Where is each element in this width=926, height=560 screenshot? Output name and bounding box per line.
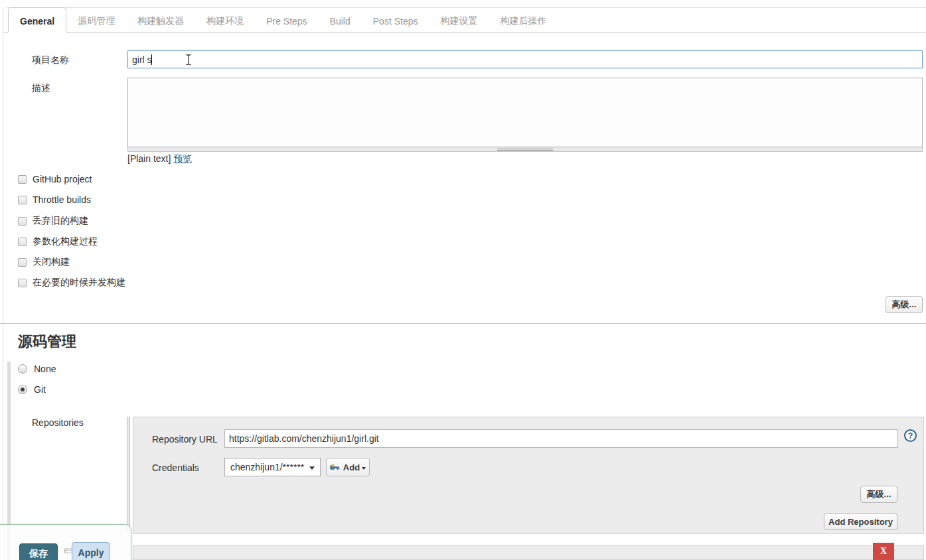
delete-repository-button[interactable]: X bbox=[873, 543, 894, 560]
checkbox-row-parameterized-build[interactable]: 参数化构建过程 bbox=[18, 236, 98, 247]
add-credentials-button[interactable]: Add bbox=[326, 458, 370, 476]
checkbox-row-github-project[interactable]: GitHub project bbox=[18, 174, 92, 184]
project-name-input[interactable] bbox=[127, 50, 923, 68]
credentials-select[interactable]: chenzhijun1/****** bbox=[224, 458, 321, 476]
jenkins-config-page: General 源码管理 构建触发器 构建环境 Pre Steps Build … bbox=[0, 0, 926, 560]
credentials-label: Credentials bbox=[152, 462, 199, 473]
checkbox-label: Throttle builds bbox=[33, 194, 91, 205]
repository-url-input[interactable] bbox=[224, 429, 898, 448]
radio-icon[interactable] bbox=[18, 364, 27, 374]
repositories-label: Repositories bbox=[32, 417, 84, 428]
add-repository-button[interactable]: Add Repository bbox=[824, 513, 897, 530]
radio-row-git[interactable]: Git bbox=[18, 384, 46, 395]
repository-panel: Repository URL Credentials chenzhijun1/*… bbox=[133, 417, 924, 534]
radio-label: None bbox=[34, 364, 56, 374]
checkbox-icon[interactable] bbox=[18, 258, 27, 267]
checkbox-icon[interactable] bbox=[18, 238, 27, 246]
checkbox-row-throttle-builds[interactable]: Throttle builds bbox=[18, 194, 91, 205]
description-format-line: [Plain text] 预览 bbox=[127, 153, 192, 165]
help-icon[interactable]: ? bbox=[904, 429, 917, 442]
preview-link[interactable]: 预览 bbox=[173, 153, 192, 164]
config-tabbar: General 源码管理 构建触发器 构建环境 Pre Steps Build … bbox=[8, 9, 558, 33]
tab-pre-steps[interactable]: Pre Steps bbox=[255, 9, 318, 33]
section-divider bbox=[0, 323, 926, 324]
resize-grip-icon bbox=[497, 148, 553, 151]
checkbox-row-disable-build[interactable]: 关闭构建 bbox=[18, 256, 70, 268]
content-left-border bbox=[3, 7, 3, 560]
description-textarea[interactable] bbox=[127, 78, 923, 147]
checkbox-icon[interactable] bbox=[18, 196, 27, 204]
radio-label: Git bbox=[34, 384, 46, 395]
radio-icon-selected[interactable] bbox=[18, 385, 27, 394]
project-name-label: 项目名称 bbox=[32, 54, 69, 66]
checkbox-label: 丢弃旧的构建 bbox=[33, 215, 88, 227]
repo-block-drag-handle[interactable] bbox=[127, 417, 130, 534]
checkbox-label: 关闭构建 bbox=[33, 256, 70, 268]
description-label: 描述 bbox=[32, 82, 50, 94]
checkbox-label: 参数化构建过程 bbox=[33, 236, 98, 247]
checkbox-row-concurrent-builds[interactable]: 在必要的时候并发构建 bbox=[18, 277, 125, 289]
tab-general[interactable]: General bbox=[8, 7, 66, 33]
repository-url-label: Repository URL bbox=[152, 434, 218, 445]
apply-button[interactable]: Apply bbox=[72, 542, 110, 560]
checkbox-icon[interactable] bbox=[18, 217, 27, 226]
checkbox-label: 在必要的时候并发构建 bbox=[33, 277, 125, 289]
scm-section-title: 源码管理 bbox=[18, 332, 76, 352]
repository-advanced-button[interactable]: 高级... bbox=[860, 486, 897, 503]
textarea-resize-handle[interactable] bbox=[127, 147, 923, 152]
tab-post-steps[interactable]: Post Steps bbox=[362, 9, 429, 33]
ibeam-cursor-icon bbox=[185, 54, 193, 66]
bottom-sticky-bar: es 保存 Apply bbox=[0, 524, 131, 560]
tab-source-code-management[interactable]: 源码管理 bbox=[66, 9, 126, 33]
tab-post-build-actions[interactable]: 构建后操作 bbox=[489, 9, 558, 33]
checkbox-icon[interactable] bbox=[18, 279, 27, 287]
tabbar-top-border bbox=[7, 7, 926, 8]
general-advanced-button[interactable]: 高级... bbox=[886, 296, 923, 313]
dropdown-caret-icon bbox=[309, 466, 315, 470]
save-button[interactable]: 保存 bbox=[19, 543, 58, 560]
add-dropdown-caret-icon bbox=[362, 467, 366, 470]
key-icon bbox=[330, 464, 340, 471]
tab-build-triggers[interactable]: 构建触发器 bbox=[126, 9, 195, 33]
plain-text-label: [Plain text] bbox=[127, 153, 171, 164]
add-button-label: Add bbox=[343, 462, 360, 472]
radio-row-none[interactable]: None bbox=[18, 364, 56, 374]
tab-build-environment[interactable]: 构建环境 bbox=[195, 9, 255, 33]
tab-build-settings[interactable]: 构建设置 bbox=[429, 9, 489, 33]
tab-build[interactable]: Build bbox=[319, 9, 362, 33]
credentials-selected-value: chenzhijun1/****** bbox=[230, 462, 304, 472]
checkbox-icon[interactable] bbox=[18, 175, 27, 184]
next-section-row bbox=[133, 545, 924, 560]
text-caret bbox=[151, 54, 152, 65]
checkbox-row-discard-old-builds[interactable]: 丢弃旧的构建 bbox=[18, 215, 88, 227]
checkbox-label: GitHub project bbox=[33, 174, 92, 184]
